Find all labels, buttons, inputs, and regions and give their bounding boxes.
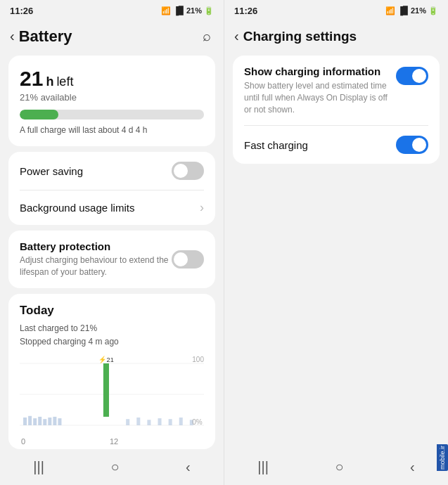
power-saving-label: Power saving xyxy=(20,165,83,177)
power-saving-toggle[interactable] xyxy=(172,162,204,180)
back-button-right[interactable]: ‹ xyxy=(230,25,243,47)
fast-charging-toggle[interactable] xyxy=(396,136,428,154)
status-bar-left: 11:26 📶 ▐▊ 21% 🔋 xyxy=(0,0,224,20)
back-button-left[interactable]: ‹ xyxy=(6,25,19,47)
show-charging-flex: Show charging information Show battery l… xyxy=(244,65,428,115)
battery-protection-text: Battery protection Adjust charging behav… xyxy=(20,240,172,278)
svg-rect-11 xyxy=(103,363,109,417)
show-charging-text: Show charging information Show battery l… xyxy=(244,65,396,115)
svg-rect-16 xyxy=(158,418,162,425)
power-saving-row[interactable]: Power saving xyxy=(8,152,215,190)
show-charging-desc: Show battery level and estimated time un… xyxy=(244,80,396,115)
battery-info-card: 21 h left 21% available A full charge wi… xyxy=(8,56,215,146)
status-icons-left: 📶 ▐▊ 21% 🔋 xyxy=(161,6,214,15)
nav-bar-right: ||| ○ ‹ xyxy=(224,452,448,485)
battery-chart: ⚡21 0 12 100 0% xyxy=(20,356,204,433)
nav-home-right[interactable]: ○ xyxy=(335,459,343,475)
signal-icon-right: ▐▊ xyxy=(397,6,409,15)
battery-icon-left: 🔋 xyxy=(204,6,214,15)
svg-rect-7 xyxy=(43,419,46,425)
page-header-right: ‹ Charging settings xyxy=(224,20,448,53)
show-charging-row[interactable]: Show charging information Show battery l… xyxy=(233,56,440,125)
status-bar-right: 11:26 📶 ▐▊ 21% 🔋 xyxy=(224,0,448,20)
right-panel: 11:26 📶 ▐▊ 21% 🔋 ‹ Charging settings Sho… xyxy=(224,0,448,485)
battery-protection-row[interactable]: Battery protection Adjust charging behav… xyxy=(8,231,215,288)
signal-icon-left: ▐▊ xyxy=(173,6,184,15)
battery-bar-container xyxy=(20,110,204,119)
nav-home-left[interactable]: ○ xyxy=(110,459,119,475)
battery-bar-fill xyxy=(20,110,58,119)
nav-back-left[interactable]: ‹ xyxy=(186,459,191,475)
chart-y-0: 0% xyxy=(192,418,204,426)
chart-y-100: 100 xyxy=(192,356,204,363)
wifi-icon-right: 📶 xyxy=(385,6,395,15)
battery-protection-title: Battery protection xyxy=(20,240,172,252)
chart-label-0: 0 xyxy=(21,437,25,446)
show-charging-title: Show charging information xyxy=(244,65,396,77)
time-left: 11:26 xyxy=(10,6,33,16)
status-icons-right: 📶 ▐▊ 21% 🔋 xyxy=(385,6,438,15)
fast-charging-row[interactable]: Fast charging xyxy=(233,126,440,164)
battery-pct-right: 21% xyxy=(411,6,426,15)
svg-rect-5 xyxy=(33,418,37,425)
today-card: Today Last charged to 21% Stopped chargi… xyxy=(8,294,215,449)
battery-protection-card: Battery protection Adjust charging behav… xyxy=(8,231,215,288)
battery-protection-toggle[interactable] xyxy=(172,250,204,269)
battery-hours: 21 xyxy=(20,67,43,91)
background-usage-label: Background usage limits xyxy=(20,202,134,214)
page-header-left: ‹ Battery ⌕ xyxy=(0,20,224,53)
background-usage-row[interactable]: Background usage limits › xyxy=(8,190,215,225)
battery-icon-right: 🔋 xyxy=(428,6,438,15)
chart-label-12: 12 xyxy=(110,437,118,446)
svg-rect-18 xyxy=(179,418,183,425)
right-spacer xyxy=(224,167,448,452)
battery-left-label: left xyxy=(56,75,73,89)
chart-svg: ⚡21 xyxy=(20,356,204,433)
chart-y-labels: 100 0% xyxy=(192,356,204,426)
svg-rect-6 xyxy=(38,417,41,425)
svg-rect-9 xyxy=(53,417,56,425)
battery-pct-left: 21% xyxy=(186,6,202,15)
power-saving-card: Power saving Background usage limits › xyxy=(8,152,215,225)
nav-menu-right[interactable]: ||| xyxy=(257,459,269,475)
show-charging-toggle[interactable] xyxy=(396,67,428,85)
page-title-left: Battery xyxy=(19,27,200,46)
background-usage-chevron: › xyxy=(200,200,204,215)
svg-rect-4 xyxy=(28,416,32,425)
last-charged-line: Last charged to 21% xyxy=(20,322,204,335)
battery-protection-subtitle: Adjust charging behaviour to extend the … xyxy=(20,254,172,278)
svg-text:⚡21: ⚡21 xyxy=(98,356,114,364)
svg-rect-14 xyxy=(136,418,140,425)
time-right: 11:26 xyxy=(234,6,257,16)
svg-rect-8 xyxy=(48,418,51,425)
nav-back-right[interactable]: ‹ xyxy=(410,459,415,475)
svg-rect-15 xyxy=(147,420,151,425)
watermark: mobile.ir xyxy=(437,444,448,471)
nav-bar-left: ||| ○ ‹ xyxy=(0,452,224,485)
wifi-icon-left: 📶 xyxy=(161,6,171,15)
nav-menu-left[interactable]: ||| xyxy=(33,459,44,475)
svg-rect-13 xyxy=(126,419,129,425)
battery-time-row: 21 h left xyxy=(20,67,204,91)
battery-full-charge-msg: A full charge will last about 4 d 4 h xyxy=(20,125,204,135)
battery-unit: h xyxy=(46,75,53,89)
svg-rect-17 xyxy=(169,419,172,425)
today-title: Today xyxy=(20,304,204,318)
chart-x-labels: 0 12 xyxy=(20,437,204,446)
today-sub: Last charged to 21% Stopped charging 4 m… xyxy=(20,322,204,349)
charging-settings-card: Show charging information Show battery l… xyxy=(233,56,440,164)
stopped-charging-line: Stopped charging 4 m ago xyxy=(20,335,204,349)
page-title-right: Charging settings xyxy=(243,29,438,44)
svg-rect-10 xyxy=(58,418,61,425)
svg-rect-3 xyxy=(23,418,27,425)
search-button-left[interactable]: ⌕ xyxy=(200,25,214,47)
fast-charging-label: Fast charging xyxy=(244,139,308,151)
left-panel: 11:26 📶 ▐▊ 21% 🔋 ‹ Battery ⌕ 21 h left 2… xyxy=(0,0,224,485)
battery-percent: 21% available xyxy=(20,92,204,103)
